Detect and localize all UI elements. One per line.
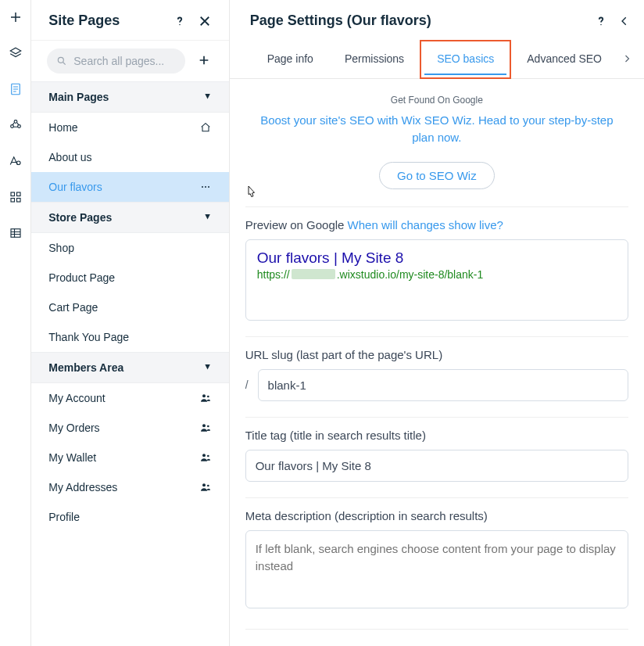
site-pages-header: Site Pages xyxy=(31,0,228,41)
page-label: Home xyxy=(48,121,77,134)
page-item-myaccount[interactable]: My Account xyxy=(31,383,228,413)
table-icon[interactable] xyxy=(6,224,25,242)
google-preview-box: Our flavors | My Site 8 https://.wixstud… xyxy=(245,239,628,321)
svg-rect-7 xyxy=(16,199,20,203)
tab-page-info[interactable]: Page info xyxy=(252,41,329,77)
members-icon xyxy=(199,392,212,404)
page-label: My Account xyxy=(48,392,105,404)
site-pages-title: Site Pages xyxy=(48,13,120,29)
meta-description-input[interactable] xyxy=(245,530,628,608)
page-item-shop[interactable]: Shop xyxy=(31,233,228,263)
people-icon[interactable] xyxy=(6,116,25,135)
tab-advanced-seo[interactable]: Advanced SEO xyxy=(511,41,617,77)
page-label: My Orders xyxy=(48,422,99,434)
section-label: Store Pages xyxy=(48,211,112,224)
page-item-cart[interactable]: Cart Page xyxy=(31,292,228,322)
page-label: My Wallet xyxy=(48,451,96,464)
preview-url: https://.wixstudio.io/my-site-8/blank-1 xyxy=(257,268,617,281)
page-settings-title: Page Settings (Our flavors) xyxy=(250,13,431,29)
svg-point-17 xyxy=(207,425,209,428)
slash-label: / xyxy=(245,379,249,391)
help-icon[interactable] xyxy=(594,14,608,28)
page-item-thankyou[interactable]: Thank You Page xyxy=(31,322,228,352)
chevron-down-icon: ▲ xyxy=(203,363,212,372)
page-label: My Addresses xyxy=(48,481,117,493)
title-tag-input[interactable] xyxy=(245,450,628,482)
search-input[interactable]: Search all pages... xyxy=(47,48,184,74)
svg-rect-4 xyxy=(11,192,15,196)
svg-point-12 xyxy=(205,186,206,188)
page-item-myaddresses[interactable]: My Addresses xyxy=(31,472,228,502)
help-icon[interactable] xyxy=(173,14,187,28)
go-to-seo-wiz-button[interactable]: Go to SEO Wiz xyxy=(379,162,495,189)
svg-point-21 xyxy=(207,485,209,487)
meta-description-label: Meta description (description in search … xyxy=(245,509,628,522)
seo-boost-text: Boost your site's SEO with Wix SEO Wiz. … xyxy=(245,112,628,146)
search-icon xyxy=(56,56,67,66)
svg-rect-5 xyxy=(16,192,20,196)
page-item-about[interactable]: About us xyxy=(31,142,228,172)
svg-point-11 xyxy=(202,186,203,188)
svg-point-2 xyxy=(10,125,13,128)
tabs-scroll-right-icon[interactable] xyxy=(617,52,636,66)
members-icon xyxy=(199,451,212,464)
url-slug-input[interactable] xyxy=(258,369,628,401)
page-label: Cart Page xyxy=(48,301,98,314)
page-label: Profile xyxy=(48,511,80,523)
svg-point-3 xyxy=(17,125,20,128)
svg-point-1 xyxy=(14,120,17,124)
section-label: Members Area xyxy=(48,361,123,374)
add-icon[interactable] xyxy=(6,8,25,27)
members-icon xyxy=(199,481,212,493)
more-icon[interactable] xyxy=(199,181,212,193)
url-slug-label: URL slug (last part of the page's URL) xyxy=(245,348,628,361)
svg-point-10 xyxy=(59,57,64,63)
close-icon[interactable] xyxy=(198,14,212,28)
page-label: Shop xyxy=(48,242,74,254)
page-icon[interactable] xyxy=(6,80,25,99)
layers-icon[interactable] xyxy=(6,44,25,63)
title-tag-label: Title tag (title in search results title… xyxy=(245,429,628,442)
changes-show-live-link[interactable]: When will changes show live? xyxy=(348,218,503,231)
search-placeholder: Search all pages... xyxy=(73,55,164,67)
preview-label: Preview on Google When will changes show… xyxy=(245,218,628,231)
get-found-label: Get Found On Google xyxy=(245,95,628,106)
svg-point-18 xyxy=(202,454,206,457)
left-rail xyxy=(0,0,31,646)
svg-point-13 xyxy=(208,186,209,188)
svg-rect-8 xyxy=(11,229,20,238)
svg-point-14 xyxy=(202,394,206,397)
svg-point-22 xyxy=(600,23,602,25)
page-item-product[interactable]: Product Page xyxy=(31,263,228,292)
redacted-domain xyxy=(292,269,335,279)
apps-icon[interactable] xyxy=(6,188,25,206)
settings-tabs: Page info Permissions SEO basics Advance… xyxy=(230,40,644,79)
page-item-mywallet[interactable]: My Wallet xyxy=(31,443,228,472)
page-item-profile[interactable]: Profile xyxy=(31,502,228,532)
svg-point-15 xyxy=(207,396,209,398)
svg-point-9 xyxy=(179,23,181,25)
page-item-home[interactable]: Home xyxy=(31,113,228,142)
section-members-area[interactable]: Members Area ▲ xyxy=(31,352,228,383)
tab-permissions[interactable]: Permissions xyxy=(329,41,420,77)
page-label: About us xyxy=(48,151,91,163)
section-main-pages[interactable]: Main Pages ▲ xyxy=(31,81,228,113)
page-label: Our flavors xyxy=(48,181,102,193)
back-icon[interactable] xyxy=(619,16,630,27)
section-store-pages[interactable]: Store Pages ▲ xyxy=(31,202,228,233)
page-item-myorders[interactable]: My Orders xyxy=(31,413,228,443)
home-icon xyxy=(199,121,212,134)
page-settings-header: Page Settings (Our flavors) xyxy=(230,0,644,40)
svg-point-19 xyxy=(207,455,209,458)
search-row: Search all pages... xyxy=(31,41,228,81)
section-label: Main Pages xyxy=(48,91,109,103)
chevron-down-icon: ▲ xyxy=(203,213,212,222)
add-page-button[interactable] xyxy=(195,52,213,70)
tab-seo-basics[interactable]: SEO basics xyxy=(420,40,511,79)
page-label: Thank You Page xyxy=(48,331,129,343)
typography-icon[interactable] xyxy=(6,152,25,170)
page-settings-panel: Page Settings (Our flavors) Page info Pe… xyxy=(230,0,644,646)
svg-point-16 xyxy=(202,424,206,427)
chevron-down-icon: ▲ xyxy=(203,92,212,102)
page-item-our-flavors[interactable]: Our flavors xyxy=(31,172,228,202)
